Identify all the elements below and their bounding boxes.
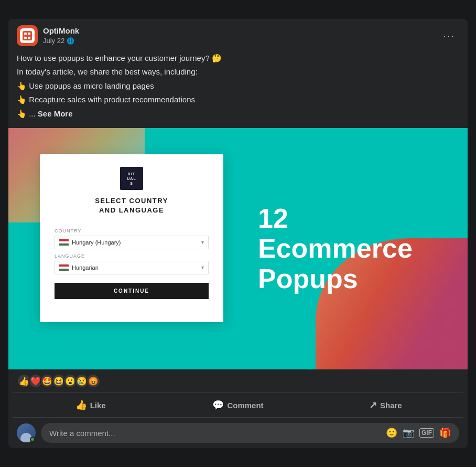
comment-label: Comment xyxy=(227,401,263,410)
comment-input-area: Write a comment... 🙂 📷 GIF 🎁 xyxy=(8,418,468,448)
post-card: OptiMonk July 22 🌐 ··· How to use popups… xyxy=(8,19,468,449)
language-select-left: Hungarian xyxy=(59,264,99,271)
language-field-label: LANGUAGE xyxy=(55,253,209,259)
comment-button[interactable]: 💬 Comment xyxy=(164,395,311,415)
ritual-logo-text: RITUALS xyxy=(127,172,136,186)
country-select[interactable]: Hungary (Hungary) ▾ xyxy=(55,236,209,249)
comment-icon: 💬 xyxy=(212,399,224,411)
share-icon: ↗ xyxy=(369,399,377,411)
country-chevron-icon: ▾ xyxy=(201,239,204,245)
comment-input-box[interactable]: Write a comment... 🙂 📷 GIF 🎁 xyxy=(41,423,459,443)
author-name[interactable]: OptiMonk xyxy=(43,26,79,36)
post-meta: OptiMonk July 22 🌐 xyxy=(43,26,79,45)
post-text-line3: 👆 Use popups as micro landing pages xyxy=(17,80,459,92)
country-select-left: Hungary (Hungary) xyxy=(59,239,121,246)
share-label: Share xyxy=(380,401,402,410)
post-body-text: How to use popups to enhance your custom… xyxy=(8,50,468,129)
gif-icon[interactable]: GIF xyxy=(419,428,434,438)
online-status-dot xyxy=(30,437,35,442)
comment-placeholder: Write a comment... xyxy=(49,429,115,438)
post-date: July 22 🌐 xyxy=(43,37,79,45)
sticker-icon[interactable]: 🎁 xyxy=(439,427,451,439)
continue-button[interactable]: CONTINUE xyxy=(55,283,209,299)
post-header-left: OptiMonk July 22 🌐 xyxy=(17,25,79,46)
reaction-angry[interactable]: 😡 xyxy=(86,374,101,388)
hungary-flag-icon-2 xyxy=(59,264,69,271)
emoji-icon[interactable]: 🙂 xyxy=(386,427,397,439)
ritual-logo: RITUALS xyxy=(120,167,143,190)
comment-icon-group: 🙂 📷 GIF 🎁 xyxy=(386,427,451,439)
share-button[interactable]: ↗ Share xyxy=(312,395,459,415)
post-image-banner: RITUALS SELECT COUNTRY AND LANGUAGE COUN… xyxy=(8,128,468,369)
svg-rect-3 xyxy=(24,35,30,37)
country-field-label: COUNTRY xyxy=(55,228,209,234)
globe-icon: 🌐 xyxy=(67,37,74,45)
action-buttons-row: 👍 Like 💬 Comment ↗ Share xyxy=(13,392,463,418)
post-text-line5: 👆 ... See More xyxy=(17,108,459,120)
popup-card-mockup: RITUALS SELECT COUNTRY AND LANGUAGE COUN… xyxy=(40,154,223,322)
like-icon: 👍 xyxy=(75,399,87,411)
popup-card-title: SELECT COUNTRY AND LANGUAGE xyxy=(95,196,168,215)
language-chevron-icon: ▾ xyxy=(201,264,204,270)
post-text-line2: In today's article, we share the best wa… xyxy=(17,66,459,78)
camera-icon[interactable]: 📷 xyxy=(403,427,414,439)
see-more-button[interactable]: See More xyxy=(38,109,73,118)
optimonk-logo-icon xyxy=(20,28,35,43)
language-select[interactable]: Hungarian ▾ xyxy=(55,261,209,274)
like-label: Like xyxy=(90,401,106,410)
hungary-flag-icon xyxy=(59,239,69,246)
post-text-line1: How to use popups to enhance your custom… xyxy=(17,52,459,65)
more-options-button[interactable]: ··· xyxy=(439,28,459,43)
page-avatar[interactable] xyxy=(17,25,38,46)
reactions-row: 👍 ❤️ 🤩 😆 😮 😢 😡 xyxy=(8,369,468,392)
like-button[interactable]: 👍 Like xyxy=(17,395,164,415)
post-text-line4: 👆 Recapture sales with product recommend… xyxy=(17,94,459,106)
commenter-avatar-container xyxy=(17,423,36,442)
banner-heading-text: 12 Ecommerce Popups xyxy=(258,204,436,294)
reaction-emojis-list: 👍 ❤️ 🤩 😆 😮 😢 😡 xyxy=(17,374,101,388)
post-header: OptiMonk July 22 🌐 ··· xyxy=(8,19,468,50)
banner-heading: 12 Ecommerce Popups xyxy=(258,204,436,294)
